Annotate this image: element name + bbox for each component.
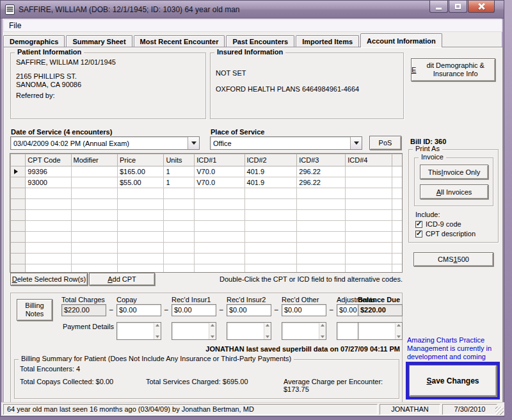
payment-details-box[interactable]	[116, 322, 161, 340]
scroll-down-icon	[321, 335, 324, 338]
edit-demographic-insurance-button[interactable]: Edit Demographic & Insurance Info	[411, 58, 495, 81]
tab-past-encounters[interactable]: Past Encounters	[226, 35, 294, 47]
statusbar: 64 year old man last seen 16 months ago …	[1, 402, 504, 416]
minus-op: −	[164, 305, 168, 314]
table-row[interactable]	[11, 232, 403, 243]
invoice-legend: Invoice	[419, 153, 446, 161]
table-row[interactable]	[11, 199, 403, 210]
total-copays: Total Copays Collected: $0.00	[20, 378, 113, 385]
table-row[interactable]	[11, 264, 403, 273]
recd-insur2-input[interactable]: $0.00	[227, 304, 271, 316]
this-invoice-only-button[interactable]: This Invoice Only	[420, 165, 488, 179]
icd9-code-checkbox[interactable]	[415, 221, 422, 228]
mini-scrollbar[interactable]	[209, 323, 216, 339]
app-icon	[5, 4, 15, 15]
last-saved-note: JONATHAN last saved superbill data on 07…	[129, 345, 400, 353]
include-label: Include:	[415, 211, 440, 218]
table-row[interactable]	[11, 221, 403, 232]
payment-details-box[interactable]	[227, 322, 271, 340]
date-of-service-value: 03/04/2009 04:02 PM (Annual Exam)	[11, 140, 188, 147]
patient-referred-by: Referred by:	[16, 92, 55, 100]
recd-other-field: Rec'd Other $0.00	[282, 296, 326, 316]
minimize-button[interactable]	[429, 1, 448, 13]
save-changes-frame: Save Changes	[406, 362, 500, 400]
table-row[interactable]: 99396 $165.001 V70.0401.9 296.22	[11, 166, 403, 177]
all-invoices-button[interactable]: All Invoices	[420, 184, 488, 199]
insured-secondary: OXFORD HEALTH PLANS 6464984961-4664	[216, 85, 359, 93]
total-services: Total Services Charged: $695.00	[146, 378, 248, 385]
scroll-up-icon	[211, 324, 214, 327]
place-dropdown-button[interactable]	[350, 137, 362, 149]
total-encounters: Total Encounters: 4	[20, 365, 80, 373]
copay-field: Copay $0.00	[116, 296, 161, 316]
scroll-up-icon	[321, 324, 324, 327]
tabstrip: Demographics Summary Sheet Most Recent E…	[3, 34, 444, 47]
pos-button[interactable]: PoS	[369, 136, 401, 150]
tab-imported-items[interactable]: Imported Items	[296, 35, 359, 47]
grid-header-row: CPT Code Modifier Price Units ICD#1 ICD#…	[11, 154, 403, 166]
tab-account-information[interactable]: Account Information	[360, 33, 442, 47]
mini-scrollbar[interactable]	[154, 323, 161, 339]
scroll-up-icon	[156, 324, 159, 327]
tab-demographics[interactable]: Demographics	[3, 35, 65, 47]
recd-other-input[interactable]: $0.00	[282, 304, 326, 316]
minus-op: −	[219, 305, 223, 314]
place-of-service-select[interactable]: Office	[210, 136, 362, 150]
tab-most-recent-encounter[interactable]: Most Recent Encounter	[134, 35, 225, 47]
date-dropdown-button[interactable]	[188, 137, 199, 149]
table-row[interactable]	[11, 210, 403, 221]
col-price: Price	[118, 154, 164, 166]
total-charges-value: $220.00	[61, 304, 106, 316]
mini-scrollbar[interactable]	[264, 323, 271, 339]
balance-due-value: $220.00	[358, 304, 403, 316]
delete-selected-rows-button[interactable]: Delete Selected Row(s)	[10, 273, 88, 286]
cpt-grid[interactable]: CPT Code Modifier Price Units ICD#1 ICD#…	[10, 153, 403, 273]
menu-file[interactable]: File	[9, 21, 21, 30]
patient-address-line1: 2165 PHILLIPS ST.	[16, 72, 77, 81]
date-of-service-select[interactable]: 03/04/2009 04:02 PM (Annual Exam)	[10, 136, 200, 150]
table-row[interactable]	[11, 188, 403, 199]
payment-details-box[interactable]	[282, 322, 326, 340]
maximize-button[interactable]	[449, 1, 467, 13]
cpt-description-checkbox[interactable]	[415, 230, 422, 238]
mini-scrollbar[interactable]	[395, 323, 402, 339]
payment-details-box[interactable]	[172, 322, 216, 340]
resize-grip[interactable]	[495, 407, 504, 415]
recd-insur2-field: Rec'd Insur2 $0.00	[227, 296, 271, 316]
mini-scrollbar[interactable]	[319, 323, 326, 339]
current-row-icon	[14, 169, 18, 174]
recd-insur1-field: Rec'd Insur1 $0.00	[172, 296, 216, 316]
status-user: JONATHAN	[380, 404, 440, 415]
recd-insur1-label: Rec'd Insur1	[172, 296, 216, 303]
copay-input[interactable]: $0.00	[116, 304, 161, 316]
patient-address-line2: SANOMA, CA 90086	[16, 81, 81, 89]
window-title: SAFFIRE, WILLIAM (DOB: 12/1/1945; ID: 10…	[19, 5, 239, 14]
minus-op: −	[274, 305, 278, 314]
recd-other-label: Rec'd Other	[282, 296, 326, 303]
close-icon	[478, 3, 484, 10]
cms1500-button[interactable]: CMS1500	[413, 252, 493, 266]
icd9-code-label: ICD-9 code	[426, 220, 461, 228]
insured-primary: NOT SET	[216, 69, 246, 77]
titlebar: SAFFIRE, WILLIAM (DOB: 12/1/1945; ID: 10…	[1, 1, 504, 19]
add-cpt-button[interactable]: Add CPT	[89, 273, 155, 286]
print-as-legend: Print As	[413, 145, 442, 152]
table-row[interactable]	[11, 254, 403, 264]
close-button[interactable]	[468, 1, 495, 13]
save-changes-button[interactable]: Save Changes	[409, 365, 497, 396]
insured-information-group: Insured Information NOT SET OXFORD HEALT…	[210, 52, 404, 119]
col-icd4: ICD#4	[346, 154, 392, 166]
scroll-down-icon	[211, 335, 214, 338]
chevron-down-icon	[354, 141, 359, 145]
col-units: Units	[164, 154, 195, 166]
recd-insur1-input[interactable]: $0.00	[172, 304, 216, 316]
tab-summary-sheet[interactable]: Summary Sheet	[66, 35, 132, 47]
average-charge: Average Charge per Encounter: $173.75	[284, 378, 399, 393]
table-row[interactable]: 93000 $55.001 V70.0401.9 296.22	[11, 177, 403, 188]
chevron-down-icon	[191, 141, 196, 145]
billing-notes-button[interactable]: Billing Notes	[17, 299, 52, 321]
invoice-group: Invoice This Invoice Only All Invoices	[414, 158, 493, 206]
table-row[interactable]	[11, 243, 403, 254]
payment-details-box[interactable]	[358, 322, 403, 340]
col-icd2: ICD#2	[244, 154, 297, 166]
